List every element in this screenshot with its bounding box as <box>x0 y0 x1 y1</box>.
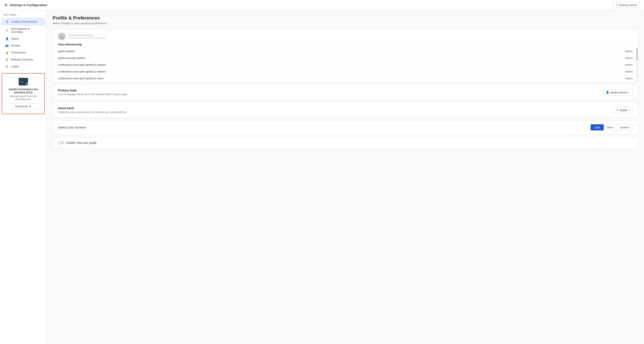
color-scheme-light-button[interactable]: Light <box>590 124 604 130</box>
sidebar-item-namespaces[interactable]: ⊙ Namespaces & Overrides <box>2 26 45 35</box>
team-name: conference-room-pilot-spoke11-owners <box>58 70 106 73</box>
app-header: ⚙ Settings & Configuration ? Getting sta… <box>0 0 644 10</box>
primary-team-value: apollo-admins <box>610 91 628 94</box>
profile-card: Team Membership apollo-admins Admin apol… <box>52 29 638 82</box>
teams-icon: 👤 <box>5 37 9 40</box>
question-icon: ? <box>616 4 618 6</box>
team-membership-label: Team Membership <box>53 43 638 48</box>
sidebar-item-label: Teams <box>11 37 19 40</box>
color-scheme-card: Select Color Scheme Light Dark System <box>52 120 638 134</box>
chevron-down-icon: ▾ <box>629 109 630 111</box>
user-email-blurred <box>68 37 106 39</box>
asset-track-value: Stable <box>620 108 628 112</box>
primary-team-card: Primary team Your homepage will be set t… <box>52 84 638 100</box>
team-name: conference-room-pilot-spoke11-users <box>58 77 104 80</box>
asset-track-title: Asset track <box>58 106 127 110</box>
main-content: Profile & Preferences Make changes to yo… <box>47 10 644 344</box>
user-guide-row: Enable new user guide <box>53 137 638 148</box>
primary-team-title: Primary team <box>58 89 128 92</box>
team-name: apollo-admins <box>58 50 75 53</box>
chevron-down-icon: ▾ <box>629 91 630 94</box>
namespaces-icon: ⊙ <box>5 29 9 32</box>
header-left: ⚙ Settings & Configuration <box>4 3 47 8</box>
scrollbar-thumb[interactable] <box>636 48 638 61</box>
table-row: conference-room-pilot-spoke11-users Admi… <box>53 75 638 82</box>
sidebar-item-labels[interactable]: ⊖ Labels <box>2 63 45 70</box>
color-scheme-group: Light Dark System <box>590 124 633 130</box>
user-guide-label: Enable new user guide <box>66 141 96 144</box>
primary-team-info: Primary team Your homepage will be set t… <box>58 89 128 96</box>
user-info <box>68 34 106 39</box>
asset-track-row: Asset track Determine how experimental t… <box>53 103 638 118</box>
main-layout: SETTINGS ⊞ Profile & Preferences ⊙ Names… <box>0 10 644 344</box>
asset-track-card: Asset track Determine how experimental t… <box>52 102 638 118</box>
gear-icon: ⚙ <box>4 3 8 8</box>
asset-track-icon: ✕ <box>616 108 618 112</box>
release-channels-icon: ⊟ <box>5 58 9 61</box>
team-role: Admin <box>625 56 633 60</box>
sidebar-item-label: Release channels <box>11 58 33 61</box>
team-role: Admin <box>625 77 633 80</box>
download-icon: ⬇ <box>29 105 31 108</box>
color-scheme-row: Select Color Scheme Light Dark System <box>53 120 638 134</box>
getting-started-button[interactable]: ? Getting started <box>613 2 640 8</box>
permissions-icon: 🔒 <box>5 51 9 54</box>
cli-box: >>_ Apollo Command Line Interface (CLI) … <box>2 73 45 114</box>
cli-title: Apollo Command Line Interface (CLI) <box>6 88 41 94</box>
sidebar-item-label: Profile & Preferences <box>11 20 37 23</box>
cli-status-dot <box>26 83 29 86</box>
labels-icon: ⊖ <box>5 65 9 68</box>
groups-icon: 👥 <box>5 44 9 47</box>
table-row: apollo-security-admins Admin <box>53 55 638 62</box>
cli-download-button[interactable]: Download ⬇ <box>6 103 41 110</box>
asset-track-desc: Determine how experimental the features … <box>58 111 127 114</box>
page-title: Profile & Preferences <box>52 15 638 21</box>
sidebar-section-label: SETTINGS <box>0 14 46 18</box>
user-avatar <box>58 33 66 40</box>
app-title: Settings & Configuration <box>10 3 47 7</box>
asset-track-info: Asset track Determine how experimental t… <box>58 106 127 114</box>
primary-team-desc: Your homepage will be set to the selecte… <box>58 93 128 96</box>
toggle-knob <box>58 142 61 144</box>
color-scheme-title: Select Color Scheme <box>58 126 86 129</box>
sidebar-item-label: Permissions <box>11 51 26 54</box>
sidebar-item-label: Namespaces & Overrides <box>11 27 41 34</box>
sidebar-item-teams[interactable]: 👤 Teams <box>2 36 45 42</box>
page-subtitle: Make changes to your personal preference… <box>52 22 638 25</box>
color-scheme-system-button[interactable]: System <box>617 124 633 130</box>
primary-team-row: Primary team Your homepage will be set t… <box>53 85 638 100</box>
color-scheme-dark-button[interactable]: Dark <box>604 124 616 130</box>
cli-subtitle: Manage Apollo from the command line <box>6 95 41 101</box>
sidebar-item-label: Labels <box>11 65 19 68</box>
sidebar-item-profile[interactable]: ⊞ Profile & Preferences <box>2 18 45 25</box>
table-row: apollo-admins Admin <box>53 48 638 55</box>
team-icon: 👤 <box>606 91 609 94</box>
sidebar-item-groups[interactable]: 👥 Groups <box>2 42 45 49</box>
team-name: apollo-security-admins <box>58 56 86 60</box>
svg-point-0 <box>61 35 62 37</box>
table-row: conference-room-pilot-spoke10-owners Adm… <box>53 62 638 68</box>
team-role: Admin <box>625 50 633 53</box>
asset-track-dropdown[interactable]: ✕ Stable ▾ <box>614 107 633 113</box>
team-name: conference-room-pilot-spoke10-owners <box>58 63 106 66</box>
sidebar: SETTINGS ⊞ Profile & Preferences ⊙ Names… <box>0 10 47 344</box>
team-role: Admin <box>625 70 633 73</box>
table-row: conference-room-pilot-spoke11-owners Adm… <box>53 68 638 75</box>
sidebar-item-permissions[interactable]: 🔒 Permissions <box>2 49 45 56</box>
cli-download-label: Download <box>15 105 28 108</box>
team-role: Admin <box>625 63 633 66</box>
user-profile-row <box>53 29 638 43</box>
primary-team-dropdown[interactable]: 👤 apollo-admins ▾ <box>603 89 633 96</box>
sidebar-item-label: Groups <box>11 44 20 47</box>
profile-icon: ⊞ <box>5 20 9 23</box>
cli-icon-wrapper: >>_ <box>19 78 28 86</box>
scrollbar-track <box>636 48 638 82</box>
user-guide-card: Enable new user guide <box>52 137 638 148</box>
sidebar-item-release-channels[interactable]: ⊟ Release channels <box>2 56 45 63</box>
membership-list: apollo-admins Admin apollo-security-admi… <box>53 48 638 82</box>
user-name-blurred <box>68 34 94 36</box>
user-guide-toggle[interactable] <box>58 141 64 144</box>
